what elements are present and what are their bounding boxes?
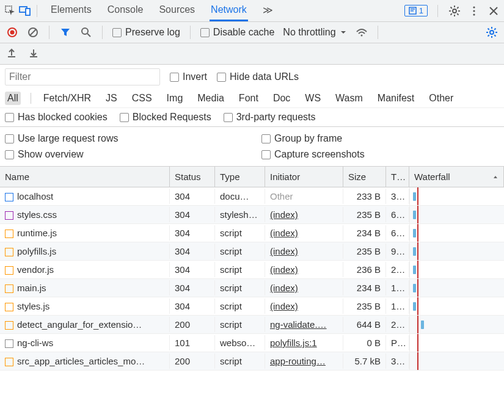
import-har-icon[interactable]: [28, 47, 39, 58]
initiator-link[interactable]: (index): [270, 264, 298, 275]
filter-icon[interactable]: [59, 26, 71, 38]
network-table: Name Status Type Initiator Size T… Water…: [0, 167, 504, 371]
table-row[interactable]: runtime.js304script(index)234 B6…: [0, 224, 504, 242]
cell-time: 1…: [386, 280, 409, 295]
cell-size: 235 B: [343, 244, 386, 259]
table-row[interactable]: ng-cli-ws101webso…polyfills.js:10 BP…: [0, 334, 504, 352]
has-blocked-cookies-checkbox[interactable]: Has blocked cookies: [5, 112, 108, 123]
tab-elements[interactable]: Elements: [49, 1, 93, 21]
table-row[interactable]: styles.js304script(index)235 B1…: [0, 297, 504, 316]
filter-type-js[interactable]: JS: [103, 92, 120, 105]
filter-type-ws[interactable]: WS: [302, 92, 323, 105]
file-js-icon: [5, 248, 13, 256]
initiator-link[interactable]: ng-validate.…: [270, 319, 327, 330]
export-har-icon[interactable]: [6, 47, 17, 58]
network-settings-gear-icon[interactable]: [486, 26, 498, 38]
tab-sources[interactable]: Sources: [158, 1, 196, 21]
col-initiator[interactable]: Initiator: [265, 167, 343, 187]
tab-more[interactable]: ≫: [261, 1, 274, 21]
filter-type-manifest[interactable]: Manifest: [375, 92, 417, 105]
close-icon[interactable]: [487, 4, 500, 18]
kebab-menu-icon[interactable]: [467, 4, 481, 18]
show-overview-checkbox[interactable]: Show overview: [5, 149, 261, 160]
invert-checkbox[interactable]: Invert: [170, 71, 207, 82]
col-status[interactable]: Status: [170, 167, 215, 187]
cell-time: 3…: [386, 189, 409, 204]
cell-initiator: (index): [265, 280, 343, 295]
initiator-link[interactable]: (index): [270, 301, 298, 311]
cell-initiator: polyfills.js:1: [265, 335, 343, 350]
filter-type-other[interactable]: Other: [426, 92, 456, 105]
group-frame-checkbox[interactable]: Group by frame: [261, 133, 342, 144]
table-row[interactable]: vendor.js304script(index)236 B2…: [0, 261, 504, 279]
cell-type: script: [215, 244, 265, 259]
issues-count: 1: [419, 6, 423, 15]
filter-type-img[interactable]: Img: [164, 92, 186, 105]
device-toolbar-icon[interactable]: [18, 4, 32, 18]
file-js-icon: [5, 358, 13, 366]
tab-network[interactable]: Network: [210, 1, 248, 21]
large-rows-label: Use large request rows: [18, 133, 119, 144]
blocked-requests-checkbox[interactable]: Blocked Requests: [120, 112, 211, 123]
col-size[interactable]: Size: [343, 167, 386, 187]
table-row[interactable]: main.js304script(index)234 B1…: [0, 279, 504, 297]
cell-time: 2…: [386, 262, 409, 277]
col-name[interactable]: Name: [0, 167, 170, 187]
filter-type-font[interactable]: Font: [236, 92, 261, 105]
hide-data-urls-checkbox[interactable]: Hide data URLs: [217, 71, 299, 82]
network-toolbar-row2: [0, 43, 504, 65]
filter-type-doc[interactable]: Doc: [271, 92, 293, 105]
svg-point-16: [473, 10, 475, 12]
search-icon[interactable]: [80, 26, 92, 38]
file-js-icon: [5, 230, 13, 238]
cell-waterfall: [409, 316, 504, 333]
table-row[interactable]: detect_angular_for_extensio…200scriptng-…: [0, 316, 504, 334]
initiator-link[interactable]: polyfills.js:1: [270, 338, 317, 348]
capture-screenshots-label: Capture screenshots: [274, 149, 365, 160]
cell-waterfall: [409, 261, 504, 278]
svg-line-14: [457, 7, 458, 8]
record-icon[interactable]: [6, 26, 18, 38]
filter-input[interactable]: [5, 68, 160, 85]
cell-initiator: (index): [265, 207, 343, 222]
filter-type-css[interactable]: CSS: [130, 92, 155, 105]
initiator-link[interactable]: (index): [270, 228, 298, 238]
filter-type-all[interactable]: All: [5, 92, 21, 105]
network-conditions-icon[interactable]: [356, 26, 368, 38]
issues-badge[interactable]: 1: [404, 5, 428, 16]
cell-waterfall: [409, 187, 504, 205]
table-row[interactable]: src_app_articles_articles_mo…200scriptap…: [0, 352, 504, 371]
filter-type-fetch-xhr[interactable]: Fetch/XHR: [41, 92, 93, 105]
initiator-link[interactable]: (index): [270, 283, 298, 293]
cell-status: 304: [170, 262, 215, 277]
table-row[interactable]: polyfills.js304script(index)235 B9…: [0, 242, 504, 261]
preserve-log-label: Preserve log: [125, 27, 180, 38]
tab-console[interactable]: Console: [106, 1, 145, 21]
col-waterfall[interactable]: Waterfall: [409, 167, 504, 187]
divider: [37, 5, 37, 17]
cell-type: script: [215, 299, 265, 314]
inspect-element-icon[interactable]: [4, 4, 17, 18]
svg-line-31: [494, 35, 495, 36]
disable-cache-checkbox[interactable]: Disable cache: [200, 27, 275, 38]
large-rows-checkbox[interactable]: Use large request rows: [5, 133, 261, 144]
initiator-link[interactable]: (index): [270, 246, 298, 256]
cell-time: P…: [386, 335, 409, 350]
table-row[interactable]: styles.css304stylesh…(index)235 B6…: [0, 206, 504, 224]
cell-initiator: app-routing…: [265, 353, 343, 369]
filter-type-media[interactable]: Media: [195, 92, 227, 105]
table-row[interactable]: localhost304docu…Other233 B3…: [0, 187, 504, 206]
throttling-dropdown[interactable]: No throttling: [283, 27, 346, 38]
initiator-link[interactable]: app-routing…: [270, 356, 326, 366]
settings-gear-icon[interactable]: [448, 4, 461, 18]
filter-type-wasm[interactable]: Wasm: [333, 92, 365, 105]
initiator-link[interactable]: (index): [270, 209, 298, 220]
capture-screenshots-checkbox[interactable]: Capture screenshots: [261, 149, 365, 160]
col-time[interactable]: T…: [386, 167, 409, 187]
preserve-log-checkbox[interactable]: Preserve log: [112, 27, 180, 38]
third-party-checkbox[interactable]: 3rd-party requests: [224, 112, 316, 123]
clear-icon[interactable]: [27, 26, 39, 38]
third-party-label: 3rd-party requests: [236, 112, 316, 123]
col-type[interactable]: Type: [215, 167, 265, 187]
cell-waterfall: [409, 242, 504, 260]
